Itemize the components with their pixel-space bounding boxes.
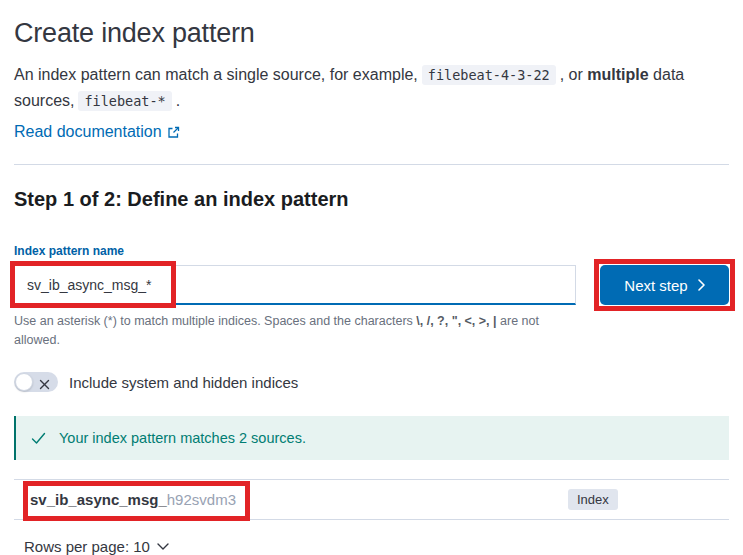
button-column: Next step: [600, 244, 729, 305]
forbidden-characters: \, /, ?, ", <, >, |: [416, 314, 496, 328]
index-pattern-name-label: Index pattern name: [14, 244, 576, 258]
description-bold: multiple: [587, 66, 648, 83]
include-system-indices-toggle[interactable]: [14, 372, 58, 392]
input-help-text: Use an asterisk (*) to match multiple in…: [14, 312, 574, 350]
matched-index-row: sv_ib_async_msg_h92svdm3 Index: [14, 479, 729, 520]
code-example-wildcard: filebeat-*: [78, 91, 171, 111]
index-name: sv_ib_async_msg_h92svdm3: [14, 491, 568, 508]
field-column: Index pattern name Use an asterisk (*) t…: [14, 244, 576, 350]
external-link-icon: [167, 126, 180, 139]
section-divider: [14, 164, 729, 165]
toggle-off-x-icon: [39, 376, 50, 394]
next-step-button[interactable]: Next step: [600, 265, 729, 305]
success-callout: Your index pattern matches 2 sources.: [14, 416, 729, 460]
index-name-rest: h92svdm3: [167, 491, 236, 508]
index-tag-cell: Index: [568, 489, 729, 510]
description-text: An index pattern can match a single sour…: [14, 66, 418, 83]
create-index-pattern-page: Create index pattern An index pattern ca…: [0, 18, 743, 555]
chevron-right-icon: [698, 279, 705, 291]
system-indices-toggle-row: Include system and hidden indices: [14, 372, 729, 392]
index-pattern-form-row: Index pattern name Use an asterisk (*) t…: [14, 244, 729, 350]
rows-per-page-selector[interactable]: Rows per page: 10: [14, 538, 169, 555]
check-icon: [31, 432, 46, 445]
toggle-knob: [15, 373, 33, 391]
step-heading: Step 1 of 2: Define an index pattern: [14, 188, 729, 211]
callout-message: Your index pattern matches 2 sources.: [59, 430, 306, 446]
read-documentation-link[interactable]: Read documentation: [14, 119, 180, 145]
toggle-label: Include system and hidden indices: [69, 374, 298, 391]
page-title: Create index pattern: [14, 18, 729, 49]
index-pattern-input[interactable]: [14, 265, 576, 305]
input-wrapper: [14, 265, 576, 305]
page-description: An index pattern can match a single sour…: [14, 62, 716, 145]
code-example-single: filebeat-4-3-22: [422, 65, 556, 85]
index-name-matched-part: sv_ib_async_msg_: [30, 491, 167, 508]
next-button-wrapper: Next step: [600, 265, 729, 305]
chevron-down-icon: [157, 543, 169, 551]
index-badge: Index: [568, 489, 618, 510]
